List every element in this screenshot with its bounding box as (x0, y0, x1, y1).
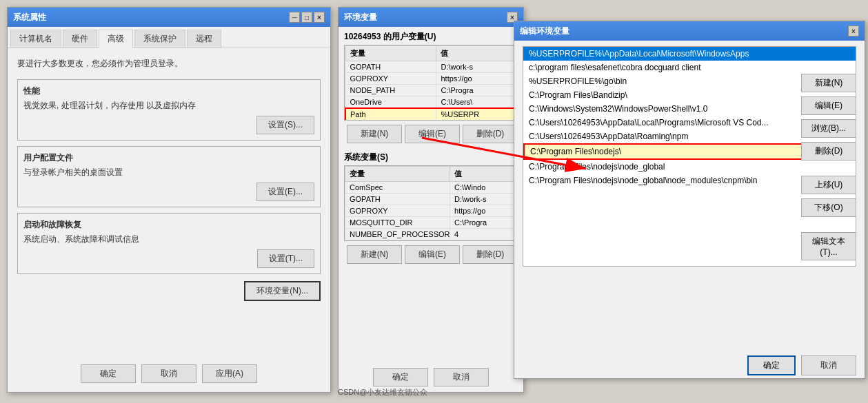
env-ok-btn[interactable]: 确定 (373, 368, 428, 386)
edit-env-title-btns: × (848, 25, 859, 37)
user-vars-table-container: 变量 值 GOPATHD:\work-sGOPROXYhttps://goNOD… (344, 45, 518, 121)
user-profile-settings-btn[interactable]: 设置(E)... (256, 183, 314, 201)
list-item[interactable]: %USERPROFILE%\AppData\Local\Microsoft\Wi… (523, 47, 856, 61)
edit-edit-btn[interactable]: 编辑(E) (801, 96, 856, 115)
close-btn[interactable]: × (314, 12, 325, 23)
edit-new-btn[interactable]: 新建(N) (801, 74, 856, 92)
sys-var-col-value: 值 (450, 167, 517, 182)
sys-vars-table-container: 变量 值 ComSpecC:\WindoGOPATHD:\work-sGOPRO… (344, 165, 518, 241)
sys-props-title-bar: 系统属性 ─ □ × (8, 8, 330, 27)
sys-var-name[interactable]: ComSpec (345, 182, 450, 194)
user-profile-desc: 与登录帐户相关的桌面设置 (23, 167, 314, 178)
edit-move-up-btn[interactable]: 上移(U) (801, 176, 856, 194)
apply-btn[interactable]: 应用(A) (202, 364, 257, 383)
user-vars-table: 变量 值 GOPATHD:\work-sGOPROXYhttps://goNOD… (345, 45, 517, 121)
user-var-value: C:\Progra (436, 85, 516, 96)
admin-note-section: 要进行大多数更改，您必须作为管理员登录。 (17, 58, 321, 70)
list-item[interactable]: c:\program files\esafenet\cobra docguard… (523, 61, 856, 74)
user-var-value: D:\work-s (436, 61, 516, 73)
sys-var-value: D:\work-s (450, 194, 517, 205)
user-var-value: C:\Users\ (436, 96, 516, 109)
perf-settings-btn[interactable]: 设置(S)... (256, 116, 314, 134)
user-new-btn[interactable]: 新建(N) (347, 125, 402, 143)
minimize-btn[interactable]: ─ (289, 12, 300, 23)
user-var-value: https://go (436, 73, 516, 85)
env-vars-title-bar: 环境变量 × (339, 8, 523, 27)
edit-cancel-btn[interactable]: 取消 (801, 355, 856, 375)
edit-env-title: 编辑环境变量 (520, 25, 569, 37)
sys-var-value: C:\Progra (450, 217, 517, 229)
sys-vars-section-title: 系统变量(S) (339, 147, 523, 165)
edit-text-btn[interactable]: 编辑文本(T)... (801, 232, 856, 260)
edit-env-title-bar: 编辑环境变量 × (514, 21, 865, 41)
tab-computer-name[interactable]: 计算机名 (10, 30, 61, 48)
tab-system-protection[interactable]: 系统保护 (134, 30, 185, 48)
cancel-btn[interactable]: 取消 (141, 364, 196, 383)
startup-title: 启动和故障恢复 (23, 219, 314, 231)
user-vars-section-title: 10264953 的用户变量(U) (339, 27, 523, 45)
ok-btn[interactable]: 确定 (81, 364, 136, 383)
system-properties-window: 系统属性 ─ □ × 计算机名 硬件 高级 系统保护 远程 要进行大多数更改，您… (7, 7, 331, 393)
user-var-col-value: 值 (436, 46, 516, 61)
startup-desc: 系统启动、系统故障和调试信息 (23, 234, 314, 245)
sys-var-name[interactable]: NUMBER_OF_PROCESSORS (345, 229, 450, 240)
sys-var-col-name: 变量 (345, 167, 450, 182)
tab-advanced[interactable]: 高级 (99, 30, 133, 48)
sys-var-value: Windows_ (450, 240, 517, 242)
sys-var-value: C:\Windo (450, 182, 517, 194)
env-vars-window: 环境变量 × 10264953 的用户变量(U) 变量 值 GOPATHD:\w… (338, 7, 524, 393)
perf-desc: 视觉效果, 处理器计划，内存使用 以及虚拟内存 (23, 100, 314, 112)
sys-var-name[interactable]: OS (345, 240, 450, 242)
sys-delete-btn[interactable]: 删除(D) (463, 245, 518, 264)
perf-section: 性能 视觉效果, 处理器计划，内存使用 以及虚拟内存 设置(S)... (17, 79, 321, 141)
sys-edit-btn[interactable]: 编辑(E) (405, 245, 460, 264)
perf-title: 性能 (23, 85, 314, 97)
edit-ok-btn[interactable]: 确定 (747, 355, 796, 375)
sys-vars-table: 变量 值 ComSpecC:\WindoGOPATHD:\work-sGOPRO… (345, 166, 517, 241)
user-profile-section: 用户配置文件 与登录帐户相关的桌面设置 设置(E)... (17, 146, 321, 207)
sys-var-value: 4 (450, 229, 517, 240)
edit-move-down-btn[interactable]: 下移(O) (801, 198, 856, 217)
user-var-name[interactable]: GOPATH (345, 61, 436, 73)
sys-var-name[interactable]: GOPATH (345, 194, 450, 205)
title-bar-buttons: ─ □ × (289, 12, 325, 23)
tabs-bar: 计算机名 硬件 高级 系统保护 远程 (8, 27, 330, 48)
startup-section: 启动和故障恢复 系统启动、系统故障和调试信息 设置(T)... (17, 213, 321, 274)
user-var-name[interactable]: OneDrive (345, 96, 436, 109)
sys-props-bottom-buttons: 确定 取消 应用(A) (8, 364, 330, 383)
user-edit-btn[interactable]: 编辑(E) (405, 125, 460, 143)
sys-props-title: 系统属性 (13, 12, 46, 23)
tab-hardware[interactable]: 硬件 (63, 30, 97, 48)
user-var-name[interactable]: GOPROXY (345, 73, 436, 85)
startup-settings-btn[interactable]: 设置(T)... (257, 249, 314, 268)
user-var-col-name: 变量 (345, 46, 436, 61)
user-var-value: %USERPR (436, 108, 516, 121)
edit-env-window: 编辑环境变量 × %USERPROFILE%\AppData\Local\Mic… (514, 21, 865, 379)
user-delete-btn[interactable]: 删除(D) (463, 125, 518, 143)
user-var-name[interactable]: NODE_PATH (345, 85, 436, 96)
admin-note: 要进行大多数更改，您必须作为管理员登录。 (17, 58, 321, 70)
maximize-btn[interactable]: □ (301, 12, 312, 23)
tab-remote[interactable]: 远程 (187, 30, 221, 48)
edit-delete-btn[interactable]: 删除(D) (801, 142, 856, 161)
sys-var-name[interactable]: GOPROXY (345, 205, 450, 217)
sys-var-value: https://go (450, 205, 517, 217)
edit-right-buttons: 新建(N) 编辑(E) 浏览(B)... 删除(D) 上移(U) 下移(O) 编… (801, 74, 856, 260)
edit-bottom-buttons: 确定 取消 (747, 355, 856, 375)
sys-var-name[interactable]: MOSQUITTO_DIR (345, 217, 450, 229)
env-vars-title: 环境变量 (344, 12, 377, 23)
edit-browse-btn[interactable]: 浏览(B)... (801, 119, 856, 138)
edit-env-close-btn[interactable]: × (848, 25, 859, 37)
sys-props-content: 要进行大多数更改，您必须作为管理员登录。 性能 视觉效果, 处理器计划，内存使用… (8, 48, 330, 391)
watermark: CSDN@小友达维玄德公众 (338, 387, 427, 397)
env-cancel-btn[interactable]: 取消 (434, 368, 489, 386)
user-profile-title: 用户配置文件 (23, 152, 314, 164)
env-vars-btn[interactable]: 环境变量(N)... (244, 281, 321, 301)
sys-new-btn[interactable]: 新建(N) (347, 245, 402, 264)
user-var-name[interactable]: Path (345, 108, 436, 121)
